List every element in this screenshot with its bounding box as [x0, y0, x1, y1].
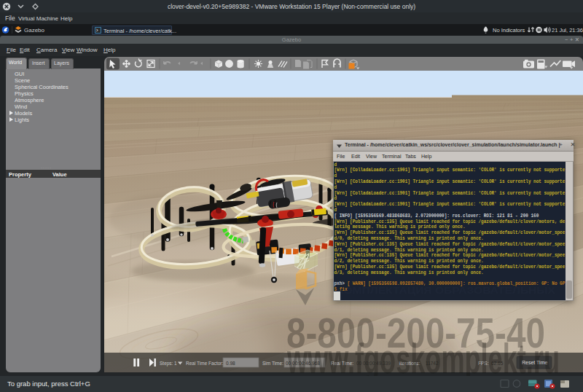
svg-text:d/2, deleting message. This wa: d/2, deleting message. This warning is p…: [334, 259, 484, 264]
svg-text:d/0, deleting message. This wa: d/0, deleting message. This warning is p…: [334, 236, 484, 241]
svg-text:[Wrn] [Publisher.cc:135] Queue: [Wrn] [Publisher.cc:135] Queue limit rea…: [334, 264, 566, 270]
svg-text:[Wrn] [Publisher.cc:135] Queue: [Wrn] [Publisher.cc:135] Queue limit rea…: [334, 242, 566, 247]
svg-text:[Wrn] [Publisher.cc:135] Queue: [Wrn] [Publisher.cc:135] Queue limit rea…: [334, 230, 566, 235]
svg-text:d: d: [334, 208, 337, 213]
svg-text:d: d: [334, 173, 337, 179]
svg-text:d/1, deleting message. This wa: d/1, deleting message. This warning is p…: [334, 248, 484, 253]
svg-text:[Wrn] [ColladaLoader.cc:1901]: [Wrn] [ColladaLoader.cc:1901] Triangle i…: [334, 168, 566, 173]
svg-text:[Wrn] [Publisher.cc:135] Queue: [Wrn] [Publisher.cc:135] Queue limit rea…: [334, 253, 566, 258]
svg-text:d/3, deleting message. This wa: d/3, deleting message. This warning is p…: [334, 270, 484, 275]
svg-text:d: d: [334, 185, 337, 190]
svg-text:[ INFO] [1595356569.483868683,: [ INFO] [1595356569.483868683, 2.0720000…: [334, 213, 539, 219]
svg-text:leting message. This warning i: leting message. This warning is printed …: [334, 224, 466, 230]
svg-text:КОМПЛЕКТАЦИЯ ОБРАЗОВАТЕЛЬНЫХ: КОМПЛЕКТАЦИЯ ОБРАЗОВАТЕЛЬНЫХ: [337, 286, 555, 296]
svg-text:[Wrn] [ColladaLoader.cc:1901]: [Wrn] [ColladaLoader.cc:1901] Triangle i…: [334, 179, 566, 184]
svg-text:[Wrn] [ColladaLoader.cc:1901]: [Wrn] [ColladaLoader.cc:1901] Triangle i…: [334, 191, 566, 196]
svg-text:d: d: [334, 162, 337, 168]
svg-text:[Wrn] [ColladaLoader.cc:1901]: [Wrn] [ColladaLoader.cc:1901] Triangle i…: [334, 202, 566, 207]
svg-text:[Wrn] [Publisher.cc:135] Queue: [Wrn] [Publisher.cc:135] Queue limit rea…: [334, 219, 566, 224]
svg-text:d: d: [334, 196, 337, 201]
